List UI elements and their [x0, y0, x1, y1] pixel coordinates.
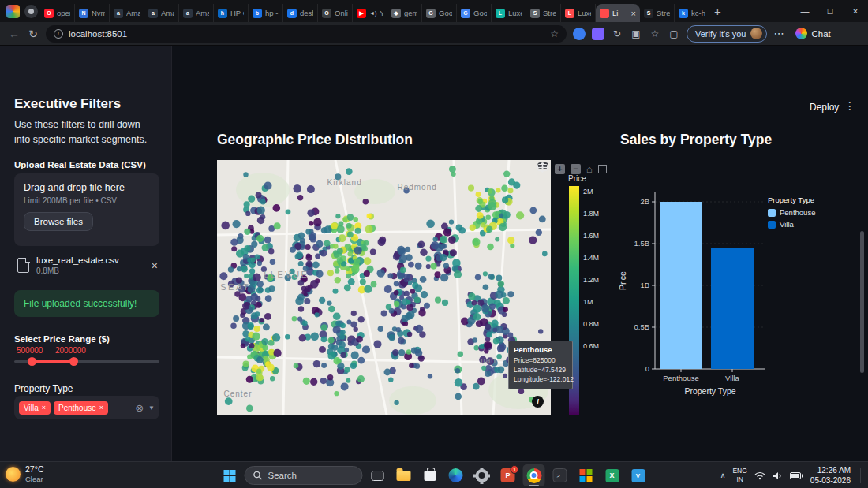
svg-text:Villa: Villa	[725, 374, 739, 382]
browser-tab[interactable]: LLuxe	[492, 4, 526, 22]
tray-chevron-icon[interactable]: ∧	[720, 471, 726, 479]
browser-tab[interactable]: aAmaz	[144, 4, 179, 22]
favorites-list-icon[interactable]: ☆	[649, 28, 661, 40]
slider-handle-min[interactable]	[28, 357, 36, 366]
url-text[interactable]: localhost:8501	[69, 29, 544, 39]
file-dropzone[interactable]: Drag and drop file here Limit 200MB per …	[14, 173, 159, 246]
store-button[interactable]	[419, 464, 441, 486]
browse-files-button[interactable]: Browse files	[24, 212, 93, 231]
notification-badge: 1	[511, 465, 519, 474]
fullscreen-icon[interactable]	[598, 165, 607, 173]
selected-option-chip[interactable]: Villa×	[19, 401, 51, 415]
bar-penthouse[interactable]	[660, 202, 702, 369]
taskbar-clock[interactable]: 12:26 AM 05-03-2026	[810, 465, 851, 486]
notification-app-button[interactable]: P1	[497, 464, 519, 486]
taskbar-search[interactable]: Search	[245, 466, 363, 485]
geo-scatter-map[interactable]: KirklandRedmondLLEVUESEATuahCenter	[217, 160, 551, 415]
browser-menu-icon[interactable]: ⋯	[773, 28, 784, 39]
chip-remove-icon[interactable]: ×	[99, 404, 103, 412]
browser-tab[interactable]: aAmaz	[179, 4, 214, 22]
office-button[interactable]	[575, 464, 597, 486]
sync-icon[interactable]: ↻	[611, 28, 623, 40]
chevron-down-icon[interactable]: ▼	[148, 404, 155, 412]
browser-tab[interactable]: NNvme	[75, 4, 110, 22]
maximize-button[interactable]: □	[817, 0, 843, 22]
extensions-puzzle-icon[interactable]: ▣	[630, 28, 642, 40]
browser-tab[interactable]: Oopera	[40, 4, 75, 22]
chip-remove-icon[interactable]: ×	[42, 404, 46, 412]
remove-file-icon[interactable]: ×	[152, 259, 159, 272]
tab-favicon: L	[496, 9, 505, 18]
browser-tab[interactable]: GGoog	[457, 4, 492, 22]
tab-favicon: G	[461, 9, 470, 18]
file-explorer-button[interactable]	[393, 464, 415, 486]
chat-button[interactable]: Chat	[791, 25, 835, 43]
battery-icon[interactable]	[790, 472, 803, 479]
selected-option-chip[interactable]: Penthouse×	[54, 401, 108, 415]
browser-tab[interactable]: ddeshs	[283, 4, 318, 22]
extension-purple-icon[interactable]	[592, 28, 604, 40]
browser-tab[interactable]: ◆gemi	[387, 4, 422, 22]
task-view-button[interactable]	[367, 464, 389, 486]
tab-audio-icon[interactable]: ◄)	[369, 10, 376, 16]
browser-tab[interactable]: aAmaz	[110, 4, 144, 22]
slider-handle-max[interactable]	[69, 357, 78, 366]
zoom-out-icon[interactable]: −	[571, 164, 581, 174]
settings-button[interactable]	[471, 464, 493, 486]
zoom-in-icon[interactable]: +	[555, 164, 565, 174]
speaker-icon[interactable]	[773, 471, 783, 480]
tab-search-icon[interactable]	[24, 5, 38, 18]
map-info-icon[interactable]: i	[532, 396, 544, 408]
browser-tab[interactable]: bhp - 5	[249, 4, 283, 22]
start-button[interactable]	[224, 470, 236, 482]
browser-tab[interactable]: Li×	[596, 4, 640, 22]
property-type-multiselect[interactable]: Villa×Penthouse× ⊗ ▼	[14, 396, 159, 419]
bar-villa[interactable]	[711, 248, 754, 369]
browser-workspaces-icon[interactable]	[6, 5, 20, 18]
bookmark-star-icon[interactable]: ☆	[550, 28, 559, 39]
browser-tab[interactable]: kkc-ho	[675, 4, 709, 22]
legend-item[interactable]: Villa	[768, 220, 815, 229]
sheets-button[interactable]: X	[601, 464, 623, 486]
language-indicator[interactable]: ENG IN	[732, 467, 746, 484]
colorbar-tick-label: 1.4M	[583, 254, 599, 262]
taskbar-weather[interactable]: 27°C Clear	[6, 464, 43, 484]
legend-item[interactable]: Penthouse	[768, 208, 815, 217]
close-button[interactable]: ×	[843, 0, 868, 22]
extension-blue-icon[interactable]	[573, 28, 586, 40]
reload-icon[interactable]: ↻	[27, 28, 39, 40]
tab-label: Amaz	[196, 9, 209, 17]
wifi-icon[interactable]	[754, 471, 765, 480]
tab-close-icon[interactable]: ×	[631, 9, 636, 18]
streamlit-app: Executive Filters Use these filters to d…	[0, 46, 868, 461]
deploy-button[interactable]: Deploy	[810, 102, 839, 113]
browser-tab[interactable]: LLuxe	[561, 4, 596, 22]
edge-button[interactable]	[445, 464, 467, 486]
new-tab-button[interactable]: +	[714, 6, 721, 17]
price-range-slider[interactable]	[14, 356, 159, 366]
verify-identity-button[interactable]: Verify it's you	[687, 25, 767, 43]
back-icon[interactable]: ←	[8, 28, 21, 40]
terminal-button[interactable]: >_	[549, 464, 571, 486]
map-city-label: Kirkland	[327, 178, 362, 187]
minimize-button[interactable]: —	[792, 0, 817, 22]
show-desktop-handle[interactable]	[860, 468, 862, 483]
chrome-button[interactable]	[523, 464, 545, 486]
vscode-button[interactable]: V	[627, 464, 649, 486]
uploaded-file-row: luxe_real_estate.csv 0.8MB ×	[14, 255, 159, 275]
site-info-icon[interactable]: i	[54, 29, 63, 39]
pan-icon[interactable]	[537, 162, 548, 173]
bar-chart[interactable]: 00.5B1B1.5B2BPenthouseVillaProperty Type…	[608, 164, 868, 410]
browser-tab[interactable]: OOnlin	[318, 4, 353, 22]
clear-all-icon[interactable]: ⊗	[135, 403, 144, 413]
browser-tab[interactable]: SStrea	[640, 4, 675, 22]
browser-tab[interactable]: hHP O	[214, 4, 249, 22]
address-bar[interactable]: i localhost:8501 ☆	[46, 25, 567, 43]
browser-tab[interactable]: ▶◄)Yo	[353, 4, 387, 22]
page-scrollbar[interactable]	[860, 231, 864, 373]
reset-view-icon[interactable]: ⌂	[586, 164, 593, 174]
app-menu-icon[interactable]: ⋮	[844, 99, 855, 112]
browser-tab[interactable]: GGoog	[422, 4, 457, 22]
browser-tab[interactable]: SStrea	[526, 4, 561, 22]
downloads-box-icon[interactable]: ▢	[668, 28, 680, 40]
